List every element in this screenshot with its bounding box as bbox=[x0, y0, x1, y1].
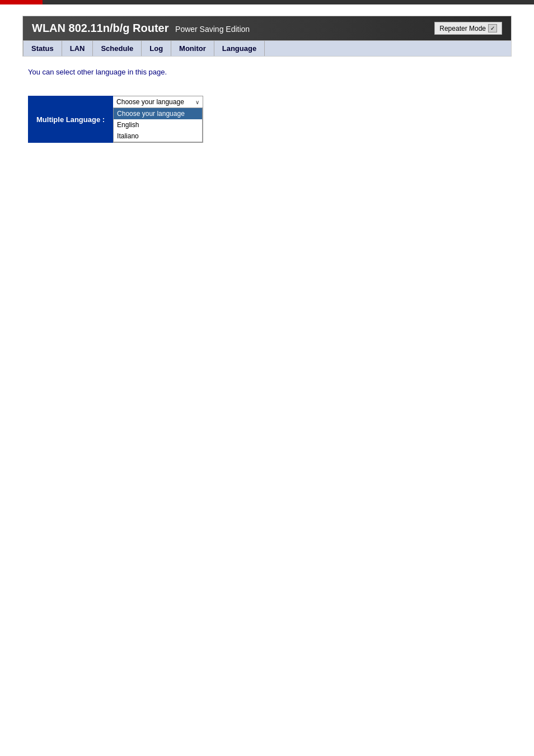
main-wrapper: WLAN 802.11n/b/g Router Power Saving Edi… bbox=[0, 4, 534, 165]
dropdown-option-english[interactable]: English bbox=[114, 119, 202, 130]
language-select-wrapper: Choose your language ∨ Choose your langu… bbox=[113, 96, 203, 142]
dropdown-option-choose[interactable]: Choose your language bbox=[114, 108, 202, 119]
nav-bar: Status LAN Schedule Log Monitor Language bbox=[23, 40, 511, 56]
nav-item-schedule[interactable]: Schedule bbox=[93, 41, 142, 56]
dropdown-list: Choose your language English Italiano bbox=[113, 108, 203, 142]
dropdown-option-italiano[interactable]: Italiano bbox=[114, 130, 202, 142]
select-display[interactable]: Choose your language ∨ bbox=[113, 96, 203, 108]
language-table: Multiple Language : Choose your language… bbox=[28, 96, 203, 143]
dropdown-arrow-icon: ✓ bbox=[488, 24, 497, 32]
nav-item-language[interactable]: Language bbox=[214, 41, 265, 56]
header-title-bar: WLAN 802.11n/b/g Router Power Saving Edi… bbox=[23, 16, 511, 40]
nav-item-monitor[interactable]: Monitor bbox=[171, 41, 214, 56]
language-select-cell[interactable]: Choose your language ∨ Choose your langu… bbox=[113, 96, 203, 143]
repeater-mode-button[interactable]: Repeater Mode ✓ bbox=[434, 22, 502, 35]
select-placeholder-text: Choose your language bbox=[116, 98, 184, 106]
select-arrow-icon: ∨ bbox=[195, 99, 199, 105]
page-description: You can select other language in this pa… bbox=[28, 68, 506, 76]
top-bar bbox=[0, 0, 534, 4]
header-title: WLAN 802.11n/b/g Router Power Saving Edi… bbox=[32, 22, 250, 35]
router-name: WLAN 802.11n/b/g Router bbox=[32, 22, 168, 34]
edition-name: Power Saving Edition bbox=[175, 25, 250, 34]
nav-item-log[interactable]: Log bbox=[142, 41, 171, 56]
nav-item-lan[interactable]: LAN bbox=[62, 41, 93, 56]
nav-item-status[interactable]: Status bbox=[23, 41, 62, 56]
multiple-language-label: Multiple Language : bbox=[36, 115, 105, 124]
header-section: WLAN 802.11n/b/g Router Power Saving Edi… bbox=[22, 16, 512, 57]
content-area: You can select other language in this pa… bbox=[22, 57, 512, 154]
repeater-mode-label: Repeater Mode bbox=[439, 25, 486, 32]
language-label-cell: Multiple Language : bbox=[29, 96, 113, 143]
